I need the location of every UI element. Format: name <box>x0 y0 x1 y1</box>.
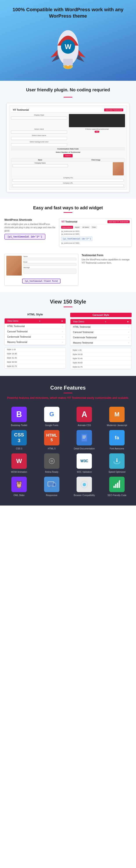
svg-rect-25 <box>115 484 117 488</box>
feature-docs: Detail Documentation <box>70 430 99 450</box>
testi-form-inner: Name Email Message <box>6 256 76 276</box>
nav-masonry-testi[interactable]: Masonry Testimonial › <box>5 340 65 345</box>
google-icon-box: G <box>44 407 59 422</box>
ps-col-preview <box>69 114 125 127</box>
ps-row2-input[interactable] <box>12 179 124 182</box>
feature-bootstrap: B Bootstrap Toolkit <box>4 407 34 427</box>
shortcode-desc-area: WordPress Shortcode All our widgets give… <box>4 218 56 240</box>
animate-icon: A <box>81 410 87 419</box>
ps-form-row-1: Display Style <box>11 114 125 127</box>
rocket-svg: W <box>40 24 96 70</box>
ps-section-title: Customization Data Code <box>11 147 125 151</box>
carousel-nav-carousel[interactable]: Carousel Testimonial › <box>71 330 131 335</box>
testi-field-3: Message <box>24 267 76 274</box>
w3c-label: W3C Validation <box>77 470 92 473</box>
section-divider <box>63 97 73 97</box>
carousel-nav-masonry[interactable]: Masonry Testimonial › <box>71 340 131 345</box>
html-nav-box: View Demo ▶ HTML Testimonial › Carousel … <box>4 318 66 345</box>
style-item-61-75: Style 61-75 <box>5 364 65 368</box>
carousel-style-col: Carousel Style View Demo ▶ HTML Testimon… <box>70 313 132 369</box>
sc-add-btn[interactable]: Add New YIT Testimonial <box>107 220 130 223</box>
sc-header: YIT Testimonial Add New YIT Testimonial <box>61 220 130 224</box>
feature-w3c: W3C W3C Validation <box>70 453 99 473</box>
owl-label: OWL Slider <box>13 494 25 497</box>
sc-tab-bulk[interactable]: Bulk Actions <box>61 226 73 229</box>
testi-field-1: Name <box>24 256 76 260</box>
feature-animate-css: A Animate CSS <box>70 407 99 427</box>
carousel-nav-html[interactable]: HTML Testimonial › <box>71 324 131 330</box>
nav-carousel-testi[interactable]: Carousel Testimonial › <box>5 329 65 334</box>
testi-input-msg[interactable] <box>24 269 76 274</box>
style-item-46-60: Style 46-60 <box>5 360 65 364</box>
feature-browser-compat: 🌐 Browser Compatibility <box>70 477 99 497</box>
browser-icon-box: 🌐 <box>77 477 92 492</box>
ps-input-client[interactable] <box>11 130 67 133</box>
css3-icon: CSS3 <box>14 432 24 443</box>
shortcode-box: YIT Testimonial Add New YIT Testimonial … <box>59 218 132 247</box>
ps-input-clientname[interactable] <box>11 137 67 140</box>
ps-table-area: Select Number of Testimonial Search Name… <box>11 151 125 188</box>
svg-rect-10 <box>83 437 86 437</box>
sc-tab-filter[interactable]: Filter <box>91 226 97 229</box>
carousel-label: Carousel Style <box>70 313 132 317</box>
ps-search-btn[interactable]: Search <box>63 154 73 157</box>
style-item-31-45: Style 31-45 <box>5 356 65 360</box>
animate-label: Animate CSS <box>78 424 91 427</box>
carousel-style-61-75: Style 61-75 <box>71 365 131 369</box>
ps-input-display[interactable] <box>11 117 67 120</box>
nav-center-testi[interactable]: Centermode Testimonial › <box>5 334 65 340</box>
svg-text:G: G <box>49 411 54 417</box>
feature-retina: Retina Ready <box>37 453 66 473</box>
features-desc: Powerful features and inclusions, which … <box>4 396 132 400</box>
nav-html-testi[interactable]: HTML Testimonial › <box>5 324 65 329</box>
owl-icon: 🦉 <box>15 480 24 489</box>
testi-input-email[interactable] <box>24 263 76 266</box>
ps-table-row-1: Company Name <box>11 161 125 176</box>
feature-html5: HTML5 HTML 5 <box>37 430 66 450</box>
ps-row1-name[interactable] <box>12 164 68 167</box>
svg-point-18 <box>116 461 118 462</box>
testi-form-desc: Testimonial Form Use the WordPress nativ… <box>82 254 132 265</box>
testi-input-name[interactable] <box>24 258 76 260</box>
google-fonts-icon: G <box>47 410 56 419</box>
fontawesome-label: Font Awesome <box>110 447 124 450</box>
ps-col-display: Display Style <box>11 114 67 127</box>
ps-col-empty <box>69 134 125 140</box>
ps-add-btn[interactable]: Add New Testimonial <box>104 108 123 111</box>
shortcode-label: WordPress Shortcode <box>4 218 56 221</box>
wow-icon-box: W <box>11 453 27 469</box>
sc-title: YIT Testimonial <box>61 220 77 223</box>
sc-code-lines: [yi_testimonial id='899'] [yi_testimonia… <box>61 230 130 245</box>
seo-label: SEO Friendly Code <box>107 494 126 497</box>
ps-toggle[interactable]: Yes <box>95 131 99 133</box>
ps-form-row-2: Select client If items supporting testim… <box>11 128 125 133</box>
testi-form-text: Use the WordPress native capabilities to… <box>82 258 132 265</box>
shortcode-highlight-inline: [yi_testimonial id='1*'] <box>4 234 45 240</box>
ps-table-header: Name Client Image <box>11 158 125 161</box>
carousel-style-31-45: Style 31-45 <box>71 356 131 361</box>
ps-input-bgcolor[interactable] <box>11 143 67 146</box>
ps-row3-input[interactable] <box>12 184 124 187</box>
seo-icon <box>112 479 122 489</box>
nav-view-demo-html[interactable]: View Demo ▶ <box>5 318 65 324</box>
feature-google-fonts: G Google Fonts <box>37 407 66 427</box>
sc-tab-dates[interactable]: all dates <box>81 226 90 229</box>
sc-tabs[interactable]: Bulk Actions Apply all dates Filter <box>61 226 130 229</box>
css3-icon-box: CSS3 <box>11 430 27 445</box>
testi-person-image <box>6 256 22 276</box>
ps-col-toggle: If items supporting testimonial Yes <box>69 128 125 133</box>
carousel-nav-center[interactable]: Centermode Testimonial › <box>71 335 131 340</box>
svg-point-14 <box>51 461 52 462</box>
svg-rect-27 <box>119 481 120 488</box>
styles-heading: View 150 Style <box>4 299 132 305</box>
ps-col-clientname: Select client name <box>11 134 67 140</box>
modernizr-icon-box: M <box>109 407 125 422</box>
ps-col-client: Select client <box>11 128 67 133</box>
ps-title: YIT Testimonial <box>13 109 29 111</box>
carousel-nav-view-demo[interactable]: View Demo ▶ <box>71 319 131 324</box>
sc-tab-apply[interactable]: Apply <box>74 226 81 229</box>
html5-icon-box: HTML5 <box>44 430 59 445</box>
browser-compat-icon: 🌐 <box>79 479 89 489</box>
feature-modernizr: M Modernizr Javascript <box>102 407 132 427</box>
modernizr-label: Modernizr Javascript <box>107 424 127 427</box>
